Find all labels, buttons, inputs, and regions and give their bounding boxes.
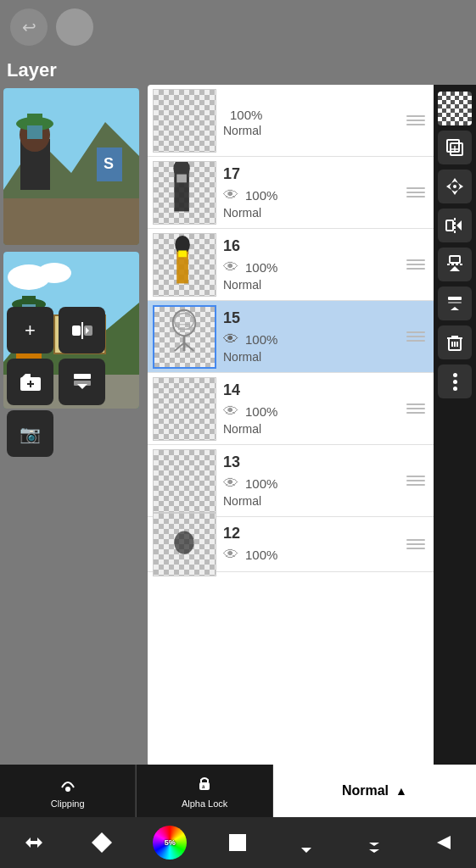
- layer-number: 16: [223, 237, 240, 255]
- transform-button[interactable]: [13, 821, 55, 864]
- layer-menu-icon[interactable]: [406, 259, 428, 270]
- clipping-icon: [59, 774, 77, 797]
- alpha-lock-label: Alpha Lock: [182, 798, 227, 809]
- layer-menu-icon[interactable]: [406, 331, 428, 342]
- alpha-lock-icon: ā: [195, 774, 214, 797]
- visibility-icon: 👁: [223, 331, 238, 348]
- move-button[interactable]: [438, 170, 472, 203]
- delete-layer-button[interactable]: [438, 326, 472, 359]
- layer-thumbnail: [153, 377, 216, 441]
- svg-rect-37: [176, 174, 187, 182]
- visibility-icon: 👁: [223, 546, 238, 564]
- move-down-button[interactable]: [438, 287, 472, 320]
- canvas-preview-top[interactable]: S: [3, 88, 139, 245]
- add-layer-button[interactable]: +: [7, 307, 53, 353]
- svg-point-47: [174, 531, 193, 554]
- commit-stroke-button[interactable]: [285, 821, 328, 864]
- layer-row-selected[interactable]: 15 👁 100% Normal: [148, 301, 434, 373]
- diamond-tool-button[interactable]: [81, 821, 123, 864]
- svg-rect-2: [3, 198, 139, 245]
- svg-point-41: [173, 309, 196, 335]
- layer-mode: Normal: [223, 206, 261, 220]
- layer-menu-icon[interactable]: [406, 115, 428, 125]
- flip-button[interactable]: [59, 307, 105, 353]
- layer-info: 100% Normal: [216, 104, 406, 137]
- layer-opacity: 100%: [245, 332, 277, 347]
- svg-rect-60: [450, 256, 460, 263]
- clipping-button[interactable]: Clipping: [0, 765, 136, 817]
- blend-mode-arrow-icon: ▲: [395, 784, 407, 798]
- flip-vertical-button[interactable]: [438, 248, 472, 281]
- svg-point-45: [175, 313, 194, 329]
- add-folder-button[interactable]: [7, 359, 53, 405]
- layer-number: 17: [223, 165, 240, 183]
- svg-point-56: [453, 185, 456, 188]
- layer-row[interactable]: 12 👁 100%: [148, 517, 434, 572]
- layer-mode: Normal: [223, 422, 261, 436]
- blend-mode-toolbar: Clipping ā Alpha Lock Normal ▲: [0, 765, 476, 817]
- checker-button[interactable]: [438, 92, 472, 125]
- svg-marker-53: [451, 190, 458, 195]
- svg-marker-75: [92, 832, 112, 853]
- undo-back-button[interactable]: [421, 821, 463, 864]
- layer-mode: Normal: [223, 494, 261, 508]
- layer-thumbnail-selected: [153, 305, 216, 369]
- layer-menu-icon[interactable]: [406, 539, 428, 549]
- svg-marker-80: [437, 836, 451, 849]
- flip-horizontal-button[interactable]: [438, 209, 472, 242]
- svg-marker-54: [446, 183, 451, 190]
- layer-row[interactable]: 16 👁 100% Normal: [148, 229, 434, 301]
- main-area: S: [0, 85, 476, 766]
- layer-row[interactable]: 17 👁 100% Normal: [148, 157, 434, 229]
- layer-number: 14: [223, 381, 240, 399]
- layer-menu-icon[interactable]: [406, 187, 428, 198]
- layer-menu-icon[interactable]: [406, 476, 428, 486]
- layer-opacity: 100%: [245, 548, 277, 562]
- svg-rect-76: [229, 834, 246, 851]
- panel-title: Layer: [7, 59, 57, 81]
- svg-rect-32: [74, 374, 91, 379]
- visibility-icon: 👁: [223, 186, 238, 204]
- svg-marker-52: [451, 178, 458, 183]
- svg-marker-55: [458, 183, 463, 190]
- svg-rect-7: [27, 125, 42, 139]
- right-toolbar: [434, 85, 476, 766]
- left-panel: S: [0, 85, 144, 766]
- alpha-lock-button[interactable]: ā Alpha Lock: [136, 765, 272, 817]
- svg-rect-64: [448, 302, 462, 303]
- layer-menu-icon[interactable]: [406, 403, 428, 414]
- circle-button[interactable]: [56, 8, 93, 46]
- blend-mode-selector[interactable]: Normal ▲: [273, 765, 476, 817]
- layer-opacity: 100%: [245, 260, 277, 275]
- double-down-button[interactable]: [353, 821, 395, 864]
- layer-row[interactable]: 13 👁 100% Normal: [148, 445, 434, 517]
- merge-down-button[interactable]: [59, 359, 105, 405]
- svg-marker-78: [369, 834, 379, 846]
- layer-info: 13 👁 100% Normal: [216, 453, 406, 508]
- visibility-icon: 👁: [223, 403, 238, 420]
- more-options-button[interactable]: [438, 364, 472, 398]
- layer-opacity: 100%: [245, 188, 277, 203]
- layer-operation-buttons: +: [7, 307, 144, 457]
- back-button[interactable]: ↩: [10, 8, 48, 46]
- svg-rect-48: [447, 140, 459, 152]
- layer-thumbnail: [153, 513, 216, 576]
- copy-layer-button[interactable]: [438, 131, 472, 164]
- layer-thumbnail: [153, 89, 216, 153]
- visibility-icon: 👁: [223, 259, 238, 276]
- nav-bar: 5%: [0, 817, 476, 868]
- layer-number: 12: [223, 525, 240, 542]
- color-wheel-button[interactable]: 5%: [148, 821, 191, 864]
- layer-mode: Normal: [223, 278, 261, 292]
- layer-info: 14 👁 100% Normal: [216, 381, 406, 436]
- svg-rect-6: [27, 114, 42, 125]
- svg-marker-65: [451, 307, 459, 310]
- square-brush-button[interactable]: [216, 821, 259, 864]
- layer-opacity: 100%: [245, 404, 277, 419]
- layer-row[interactable]: 14 👁 100% Normal: [148, 373, 434, 445]
- clipping-label: Clipping: [51, 798, 85, 809]
- layer-mode: Normal: [223, 350, 261, 364]
- camera-button[interactable]: 📷: [7, 410, 53, 457]
- visibility-icon: 👁: [223, 475, 238, 492]
- layer-row[interactable]: 100% Normal: [148, 85, 434, 157]
